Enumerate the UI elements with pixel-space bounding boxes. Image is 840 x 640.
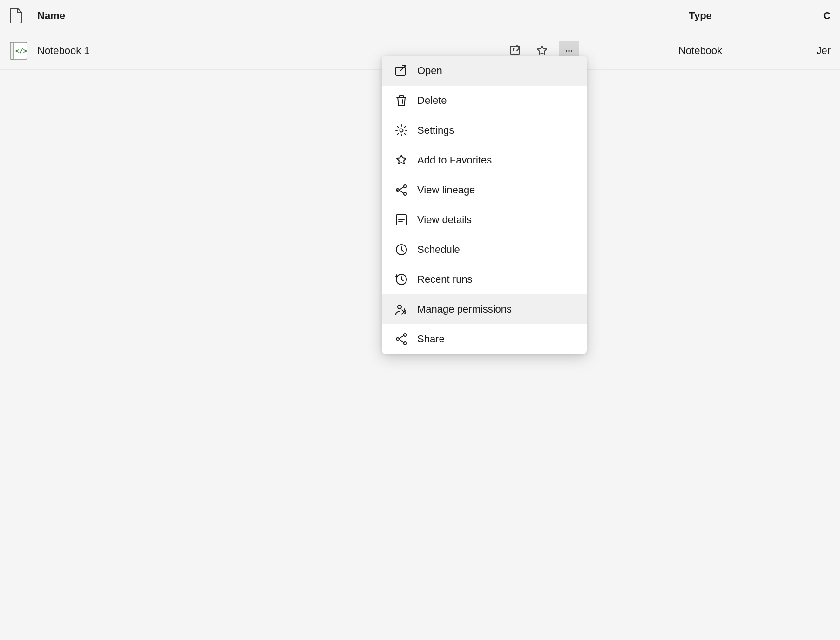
header-icon-col (9, 8, 37, 23)
svg-point-5 (400, 129, 403, 132)
svg-point-9 (397, 190, 399, 191)
row-name: Notebook 1 (37, 45, 507, 57)
permissions-icon (395, 303, 408, 316)
menu-details-label: View details (417, 214, 472, 226)
row-extra: Jer (793, 45, 831, 57)
menu-item-open[interactable]: Open (382, 56, 587, 86)
menu-item-delete[interactable]: Delete (382, 86, 587, 116)
svg-text:</>: </> (15, 47, 27, 54)
svg-point-14 (404, 334, 406, 336)
share-icon (395, 333, 408, 346)
menu-share-label: Share (417, 333, 445, 345)
document-header-icon (9, 8, 22, 23)
open-icon (395, 64, 408, 77)
svg-point-7 (404, 185, 406, 188)
delete-icon (395, 94, 408, 107)
settings-icon (395, 124, 408, 137)
menu-item-recent-runs[interactable]: Recent runs (382, 265, 587, 294)
menu-settings-label: Settings (417, 124, 454, 136)
row-type: Notebook (607, 45, 793, 57)
menu-favorites-label: Add to Favorites (417, 154, 492, 166)
context-menu: Open Delete Settings Add to Favorites (382, 56, 587, 354)
menu-schedule-label: Schedule (417, 244, 460, 256)
notebook-icon: </> (9, 41, 28, 60)
details-icon (395, 213, 408, 226)
svg-rect-3 (510, 46, 520, 54)
menu-item-view-details[interactable]: View details (382, 205, 587, 235)
menu-recent-runs-label: Recent runs (417, 273, 473, 286)
menu-lineage-label: View lineage (417, 184, 475, 196)
menu-open-label: Open (417, 65, 442, 77)
svg-rect-4 (396, 67, 405, 75)
table-header: Name Type C (0, 0, 840, 32)
menu-item-schedule[interactable]: Schedule (382, 235, 587, 265)
svg-rect-1 (10, 42, 13, 59)
svg-point-16 (404, 342, 406, 345)
svg-point-8 (404, 192, 406, 195)
recent-runs-icon (395, 273, 408, 286)
menu-item-view-lineage[interactable]: View lineage (382, 175, 587, 205)
menu-item-share[interactable]: Share (382, 324, 587, 354)
menu-item-add-to-favorites[interactable]: Add to Favorites (382, 145, 587, 175)
menu-permissions-label: Manage permissions (417, 303, 512, 315)
lineage-icon (395, 184, 408, 197)
menu-item-manage-permissions[interactable]: Manage permissions (382, 294, 587, 324)
ellipsis-icon: ··· (565, 46, 573, 56)
row-icon-col: </> (9, 41, 37, 60)
svg-point-13 (398, 305, 401, 309)
schedule-icon (395, 243, 408, 256)
svg-point-15 (396, 338, 399, 340)
menu-delete-label: Delete (417, 95, 447, 107)
header-name-label: Name (37, 10, 607, 22)
menu-item-settings[interactable]: Settings (382, 116, 587, 145)
star-icon (395, 154, 408, 167)
header-extra-label: C (793, 10, 831, 22)
header-type-label: Type (607, 10, 793, 22)
